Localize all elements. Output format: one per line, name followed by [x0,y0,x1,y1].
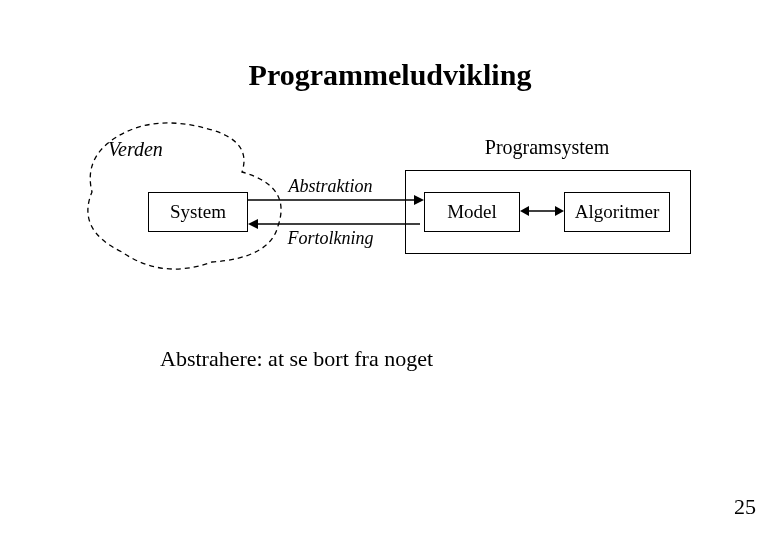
page-number: 25 [734,494,756,520]
model-label: Model [447,201,497,223]
system-box: System [148,192,248,232]
algoritmer-box: Algoritmer [564,192,670,232]
page-title: Programmeludvikling [0,58,780,92]
verden-label: Verden [108,138,163,161]
caption-text: Abstrahere: at se bort fra noget [160,346,433,372]
programsystem-label: Programsystem [405,136,689,159]
fortolkning-label: Fortolkning [256,228,405,249]
algoritmer-label: Algoritmer [575,201,659,223]
abstraktion-label: Abstraktion [256,176,405,197]
model-box: Model [424,192,520,232]
system-label: System [170,201,226,223]
slide: Programmeludvikling Verden Programsystem… [0,0,780,540]
